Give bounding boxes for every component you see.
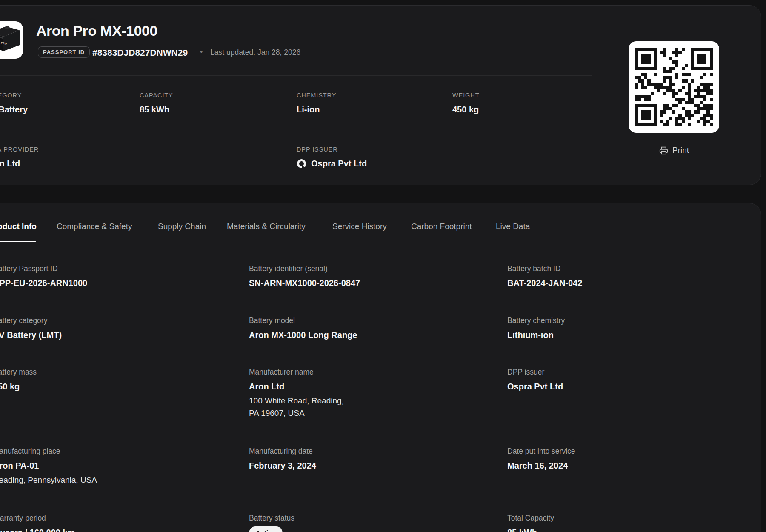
field-label: Battery status [249, 513, 294, 523]
field-warranty-period: Warranty period 8 years / 160,000 km [0, 513, 75, 532]
field-value: March 16, 2024 [507, 460, 575, 471]
field-value: Lithium-ion [507, 330, 565, 340]
field-value: Aron MX-1000 Long Range [249, 330, 357, 340]
active-tab-underline [0, 241, 36, 242]
page-title: Aron Pro MX-1000 [36, 23, 157, 39]
field-battery-category: Battery category EV Battery (LMT) [0, 316, 62, 340]
issuer-name: Ospra Pvt Ltd [311, 158, 367, 169]
field-date-put-into-service: Date put into service March 16, 2024 [507, 446, 575, 471]
field-label: Warranty period [0, 513, 75, 523]
field-value: February 3, 2024 [249, 460, 316, 471]
field-dpp-issuer: DPP issuer Ospra Pvt Ltd [507, 367, 563, 392]
last-updated-text: Last updated: Jan 28, 2026 [210, 48, 300, 57]
stat-label: CHEMISTRY [297, 91, 336, 100]
tab-carbon-footprint[interactable]: Carbon Footprint [411, 221, 472, 232]
stat-label: DATA PROVIDER [0, 145, 39, 154]
stat-weight: WEIGHT 450 kg [452, 91, 479, 114]
manufacturer-address-line: 100 White Road, Reading, [249, 395, 344, 407]
dot-separator: • [200, 48, 203, 57]
field-label: Date put into service [507, 446, 575, 456]
field-label: Battery category [0, 316, 62, 325]
tab-live-data[interactable]: Live Data [496, 221, 530, 232]
field-label: Battery identifier (serial) [249, 264, 360, 273]
qr-code [629, 41, 719, 133]
field-battery-passport-id: Battery Passport ID DPP-EU-2026-ARN1000 [0, 264, 87, 288]
field-battery-mass: Battery mass 450 kg [0, 367, 37, 392]
field-value: 85 kWh [507, 527, 554, 532]
qr-code-pattern [635, 48, 713, 126]
tab-supply-chain[interactable]: Supply Chain [158, 221, 206, 232]
field-battery-model: Battery model Aron MX-1000 Long Range [249, 316, 357, 340]
print-button[interactable]: Print [657, 145, 692, 155]
stat-capacity: CAPACITY 85 kWh [140, 91, 173, 114]
field-value: BAT-2024-JAN-042 [507, 278, 582, 288]
print-label: Print [672, 146, 689, 155]
field-label: Battery mass [0, 367, 37, 377]
printer-icon [659, 146, 668, 155]
field-label: Total Capacity [507, 513, 554, 523]
stat-chemistry: CHEMISTRY Li-ion [297, 91, 336, 114]
stat-label: WEIGHT [452, 91, 479, 100]
tab-compliance-safety[interactable]: Compliance & Safety [57, 221, 132, 232]
stat-label: CAPACITY [140, 91, 173, 100]
field-value: SN-ARN-MX1000-2026-0847 [249, 278, 360, 288]
field-value: Aron Ltd [249, 381, 344, 392]
dpp-issuer: DPP ISSUER Ospra Pvt Ltd [297, 145, 367, 169]
field-label: Manufacturing place [0, 446, 97, 456]
stat-category: CATEGORY EV Battery [0, 91, 28, 114]
field-label: Battery chemistry [507, 316, 565, 325]
field-label: Battery batch ID [507, 264, 582, 273]
ospra-logo-icon [297, 159, 306, 169]
field-value: DPP-EU-2026-ARN1000 [0, 278, 87, 288]
data-provider: DATA PROVIDER Aron Ltd [0, 145, 39, 169]
battery-product-photo: ARON PRO [0, 21, 23, 59]
field-battery-identifier: Battery identifier (serial) SN-ARN-MX100… [249, 264, 360, 288]
field-battery-batch-id: Battery batch ID BAT-2024-JAN-042 [507, 264, 582, 288]
stat-value: 85 kWh [140, 104, 173, 114]
manufacturer-address-line: PA 19607, USA [249, 407, 344, 419]
field-label: Battery model [249, 316, 357, 325]
field-value: EV Battery (LMT) [0, 330, 62, 340]
field-label: Battery Passport ID [0, 264, 87, 273]
status-badge: Active [249, 526, 283, 532]
field-label: Manufacturer name [249, 367, 344, 377]
dpp-page: { "colors": { "background": "#131314", "… [0, 0, 766, 532]
field-total-capacity: Total Capacity 85 kWh [507, 513, 554, 532]
header-divider [0, 75, 592, 76]
stat-value: 450 kg [452, 104, 479, 114]
stat-label: DPP ISSUER [297, 145, 367, 154]
passport-id-badge: PASSPORT ID [38, 46, 90, 58]
stat-value: Aron Ltd [0, 158, 39, 169]
tab-service-history[interactable]: Service History [332, 221, 387, 232]
stat-label: CATEGORY [0, 91, 28, 100]
product-info-card [0, 203, 761, 532]
field-manufacturing-place: Manufacturing place Aron PA-01 Reading, … [0, 446, 97, 486]
product-thumbnail: ARON PRO [0, 21, 23, 59]
field-label: Manufacturing date [249, 446, 316, 456]
field-value: Aron PA-01 [0, 460, 97, 471]
field-value: Ospra Pvt Ltd [507, 381, 563, 392]
field-value: 8 years / 160,000 km [0, 527, 75, 532]
field-value: 450 kg [0, 381, 37, 392]
field-manufacturing-date: Manufacturing date February 3, 2024 [249, 446, 316, 471]
tab-product-info[interactable]: Product Info [0, 221, 37, 232]
field-battery-status: Battery status Active [249, 513, 294, 532]
manufacturing-place-region: Reading, Pennsylvania, USA [0, 474, 97, 486]
field-manufacturer-name: Manufacturer name Aron Ltd 100 White Roa… [249, 367, 344, 419]
stat-value: Li-ion [297, 104, 336, 114]
tab-materials-circularity[interactable]: Materials & Circularity [227, 221, 306, 232]
passport-id-value: #8383DJD827DNWN29 [92, 48, 188, 58]
stat-value: EV Battery [0, 104, 28, 114]
field-label: DPP issuer [507, 367, 563, 377]
field-battery-chemistry: Battery chemistry Lithium-ion [507, 316, 565, 340]
